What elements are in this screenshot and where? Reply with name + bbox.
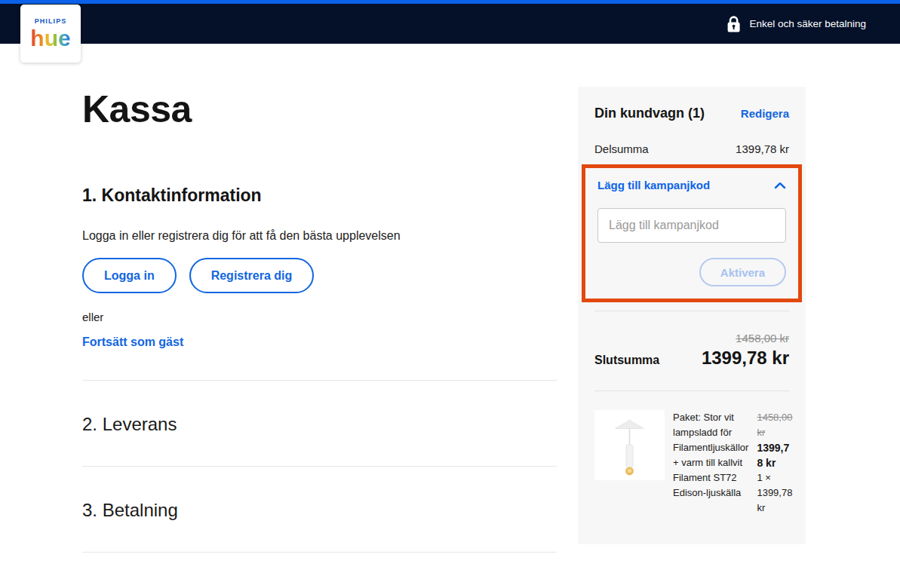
continue-as-guest-link[interactable]: Fortsätt som gäst [82,335,183,349]
divider [594,311,789,311]
total-row: Slutsumma 1399,78 kr [594,348,789,369]
step1-contact-heading: 1. Kontaktinformation [82,185,557,206]
total-value: 1399,78 kr [702,348,789,369]
subtotal-label: Delsumma [594,142,649,155]
secure-payment-note: Enkel och säker betalning [726,4,866,44]
auth-button-row: Logga in Registrera dig [82,258,557,293]
promo-toggle-label: Lägg till kampanjkod [597,179,710,191]
apply-promo-button[interactable]: Aktivera [699,258,786,286]
promo-code-input[interactable] [597,208,786,243]
cart-item-row: Paket: Stor vit lampsladd för Filamentlj… [594,410,789,516]
or-text: eller [82,311,557,323]
register-button[interactable]: Registrera dig [189,258,315,293]
cart-header: Din kundvagn (1) Redigera [578,87,806,121]
secure-payment-text: Enkel och säker betalning [749,18,866,29]
philips-hue-logo[interactable]: PHILIPS hue [20,5,81,63]
step2-delivery-heading: 2. Leverans [82,414,557,435]
login-button[interactable]: Logga in [82,258,177,293]
cart-summary-panel: Din kundvagn (1) Redigera Delsumma 1399,… [578,87,806,544]
divider [82,552,557,553]
page-title: Kassa [82,90,557,128]
product-quantity-line: 1 × 1399,78 kr [757,470,794,516]
promo-code-toggle[interactable]: Lägg till kampanjkod [597,179,786,191]
product-thumbnail [594,410,665,480]
philips-wordmark: PHILIPS [35,17,67,25]
total-label: Slutsumma [594,354,659,367]
subtotal-row: Delsumma 1399,78 kr [594,142,789,155]
subtotal-value: 1399,78 kr [736,142,789,155]
step3-payment-heading: 3. Betalning [82,500,557,521]
hue-wordmark: hue [30,27,70,50]
divider [594,390,789,391]
edit-cart-link[interactable]: Redigera [741,107,789,120]
promo-annotation-highlight: Lägg till kampanjkod Aktivera [582,164,802,302]
promo-apply-row: Aktivera [597,258,786,286]
step1-subtitle: Logga in eller registrera dig för att få… [82,229,557,243]
product-prices: 1458,00 kr 1399,78 kr 1 × 1399,78 kr [757,410,794,516]
lock-icon [726,15,741,33]
product-name: Paket: Stor vit lampsladd för Filamentlj… [673,410,748,516]
chevron-up-icon [774,182,786,189]
total-original-price: 1458,00 kr [594,332,789,345]
divider [82,380,557,381]
top-header: PHILIPS hue Enkel och säker betalning [0,0,900,44]
divider [82,466,557,467]
product-original-price: 1458,00 kr [757,410,794,440]
cart-title: Din kundvagn (1) [594,106,705,121]
checkout-main: Kassa 1. Kontaktinformation Logga in ell… [82,90,557,553]
product-price: 1399,78 kr [757,440,794,470]
